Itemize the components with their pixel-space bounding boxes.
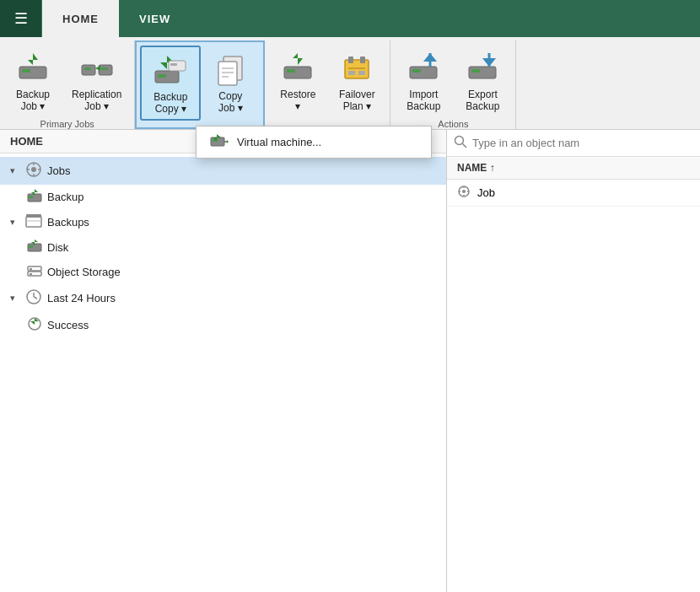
svg-marker-2 [28,53,38,65]
svg-rect-35 [211,137,224,146]
replication-job-label: Replication Job ▾ [72,89,121,113]
tree-item-jobs[interactable]: ▾ Jobs [0,157,446,185]
backup-copy-dropdown: Virtual machine... [196,126,432,159]
svg-rect-22 [348,57,353,63]
last-24-hours-label: Last 24 Hours [47,292,116,304]
svg-rect-58 [30,273,32,275]
failover-plan-button[interactable]: Failover Plan ▾ [327,44,386,117]
jobs-expand-icon: ▾ [10,165,24,176]
search-bar [447,130,700,157]
backup-job-icon [13,48,53,89]
backup-copy-icon [150,51,191,91]
main-content: HOME ▾ Jobs [0,130,700,592]
svg-rect-50 [26,214,41,218]
import-backup-label: Import Backup [407,89,440,113]
restore-label: Restore ▾ [280,89,315,113]
svg-point-64 [455,137,464,145]
replication-job-icon [77,48,117,89]
backup-copy-label: Backup Copy ▾ [153,91,187,116]
tree-item-object-storage[interactable]: Object Storage [0,260,446,284]
backup-sm-icon [27,189,42,205]
ribbon-group-actions: Import Backup Export Backup [390,40,516,129]
tree-item-success[interactable]: Success [0,312,446,338]
import-backup-icon [403,48,444,89]
svg-line-65 [463,144,467,148]
table-header: NAME ↑ [447,157,700,180]
row-name: Job [477,186,495,199]
hamburger-icon: ☰ [14,9,28,28]
virtual-machine-label: Virtual machine... [237,136,321,148]
backups-expand-icon: ▾ [10,217,24,228]
backup-job-button[interactable]: Backup Job ▾ [3,44,62,117]
svg-rect-49 [26,217,41,227]
copy-job-button[interactable]: Copy Job ▾ [201,46,260,121]
backups-icon [25,213,42,231]
svg-rect-12 [170,63,177,66]
svg-marker-39 [227,140,229,143]
svg-rect-23 [360,57,365,63]
svg-rect-53 [29,245,33,248]
tree-item-backups[interactable]: ▾ Backups [0,209,446,235]
ribbon: Backup Job ▾ Replication J [0,37,700,130]
table-row[interactable]: Job [447,180,700,207]
tree-item-last-24-hours[interactable]: ▾ Last 24 Hours [0,284,446,312]
table-body: Job [447,180,700,592]
object-storage-icon [27,264,42,280]
svg-line-61 [34,297,37,299]
svg-rect-36 [213,139,218,142]
clock-icon [25,288,42,308]
tree-item-disk[interactable]: Disk [0,235,446,260]
backups-label: Backups [47,216,89,229]
search-input[interactable] [472,137,693,149]
svg-marker-20 [293,53,303,65]
svg-rect-6 [101,67,108,70]
disk-icon [27,239,42,256]
right-panel: NAME ↑ Job [447,130,700,592]
tab-home[interactable]: HOME [42,0,119,37]
tree-container: ▾ Jobs [0,153,446,592]
left-panel: HOME ▾ Jobs [0,130,447,592]
backup-copy-button[interactable]: Backup Copy ▾ [140,46,201,121]
export-backup-icon [462,48,503,89]
ribbon-group-primary-jobs: Backup Job ▾ Replication J [0,40,135,129]
restore-icon [277,48,318,89]
object-storage-label: Object Storage [47,266,121,278]
failover-plan-icon [337,48,377,89]
name-column-header: NAME ↑ [457,162,495,174]
svg-rect-5 [84,67,91,70]
svg-rect-32 [471,69,480,73]
svg-rect-19 [287,69,295,73]
search-icon [454,135,467,151]
ribbon-group-backup-copy: Backup Copy ▾ Copy Job ▾ [135,40,265,129]
backup-job-label: Backup Job ▾ [16,89,50,113]
backup-label: Backup [47,191,83,203]
svg-rect-9 [158,74,166,78]
svg-rect-57 [30,268,32,270]
import-backup-button[interactable]: Import Backup [394,44,453,117]
jobs-label: Jobs [47,164,70,177]
tab-view[interactable]: VIEW [119,0,191,37]
replication-job-button[interactable]: Replication Job ▾ [62,44,131,117]
failover-plan-label: Failover Plan ▾ [339,89,375,113]
hamburger-menu[interactable]: ☰ [0,0,42,37]
ribbon-group-restore: Restore ▾ Failover [265,40,390,129]
primary-jobs-label: Primary Jobs [3,117,131,132]
menu-bar: ☰ HOME VIEW [0,0,700,37]
export-backup-label: Export Backup [466,89,499,113]
svg-point-41 [31,167,36,172]
vm-icon [210,133,229,151]
tree-item-backup[interactable]: Backup [0,185,446,209]
copy-job-icon [210,50,250,90]
restore-button[interactable]: Restore ▾ [268,44,327,117]
export-backup-button[interactable]: Export Backup [453,44,512,117]
virtual-machine-item[interactable]: Virtual machine... [197,126,431,158]
svg-rect-1 [22,69,30,73]
svg-rect-25 [348,71,355,75]
svg-marker-7 [95,66,100,71]
success-label: Success [47,319,89,331]
svg-rect-47 [29,196,33,198]
last-24-expand-icon: ▾ [10,293,24,304]
success-icon [27,316,42,334]
row-gear-icon [457,185,471,201]
svg-rect-26 [358,71,365,75]
